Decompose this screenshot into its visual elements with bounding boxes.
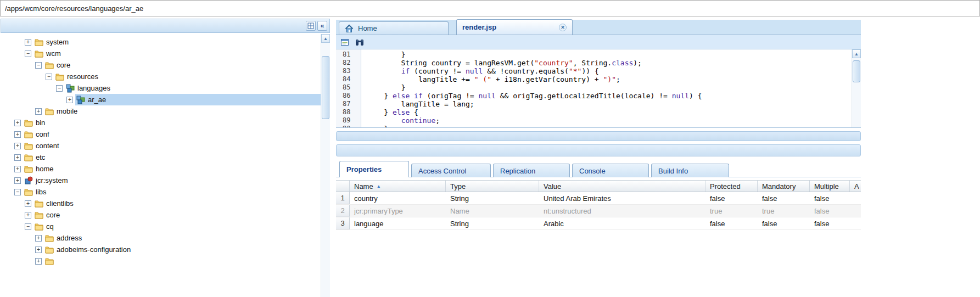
tree-item-home[interactable]: + home bbox=[1, 163, 321, 175]
path-input[interactable] bbox=[5, 4, 975, 13]
close-icon[interactable]: ✕ bbox=[559, 24, 567, 31]
tree-toggle-collapse[interactable]: − bbox=[35, 62, 42, 69]
tab-label: render.jsp bbox=[462, 23, 555, 31]
property-row-country[interactable]: 1countryStringUnited Arab Emiratesfalsef… bbox=[336, 192, 861, 205]
tree-toggle-expand[interactable]: + bbox=[35, 235, 42, 242]
column-header-a[interactable]: A bbox=[850, 181, 861, 192]
tree-toggle-collapse[interactable]: − bbox=[14, 189, 21, 195]
tree-item-unnamed[interactable]: + bbox=[1, 255, 321, 267]
tree-item-adobeims-configuration[interactable]: + adobeims-configuration bbox=[1, 244, 321, 255]
tree-item-label: content bbox=[36, 142, 59, 150]
tree-item-clientlibs[interactable]: + clientlibs bbox=[1, 198, 321, 209]
tree-item-content bbox=[44, 255, 321, 267]
tab-build-info[interactable]: Build Info bbox=[651, 164, 729, 177]
tree-item-content: resources bbox=[54, 71, 321, 82]
tree-toggle-expand[interactable]: + bbox=[14, 177, 21, 184]
tree-item-jcr:system[interactable]: + jcr:system bbox=[1, 175, 321, 186]
tree-toggle-expand[interactable]: + bbox=[35, 108, 42, 115]
tree-toggle-collapse[interactable]: − bbox=[56, 85, 63, 92]
tree-toggle-expand[interactable]: + bbox=[25, 39, 31, 46]
tree-toggle-collapse[interactable]: − bbox=[25, 51, 31, 57]
property-row-jcr:primaryType[interactable]: 2jcr:primaryTypeNament:unstructuredtruet… bbox=[336, 205, 861, 217]
tab-properties[interactable]: Properties bbox=[339, 161, 409, 177]
line-number-gutter: 81828384858687888990 bbox=[336, 49, 361, 127]
cell-multiple: false bbox=[810, 205, 850, 217]
scroll-up-icon[interactable]: ▲ bbox=[852, 49, 861, 58]
tree-item-bin[interactable]: + bin bbox=[1, 117, 321, 128]
row-number-header bbox=[336, 181, 350, 192]
tab-access-control[interactable]: Access Control bbox=[411, 164, 491, 177]
cell-name: country bbox=[350, 192, 446, 204]
cell-type: String bbox=[446, 217, 539, 229]
tree-item-ar_ae[interactable]: + ar_ae bbox=[1, 94, 321, 105]
scroll-up-icon[interactable]: ▲ bbox=[321, 34, 330, 43]
cell-mandatory: true bbox=[758, 205, 810, 217]
code-horizontal-scrollbar[interactable] bbox=[336, 131, 861, 141]
column-header-value[interactable]: Value bbox=[539, 181, 705, 192]
column-header-name[interactable]: Name▲ bbox=[350, 181, 446, 192]
code-line: } bbox=[367, 125, 852, 127]
tree-toggle-expand[interactable]: + bbox=[14, 154, 21, 161]
folder-icon bbox=[45, 234, 54, 243]
tree-item-wcm[interactable]: − wcm bbox=[1, 48, 321, 59]
tree-item-content: mobile bbox=[44, 105, 321, 117]
line-number: 83 bbox=[336, 67, 361, 75]
tree-item-languages[interactable]: − languages bbox=[1, 82, 321, 94]
tree-item-etc[interactable]: + etc bbox=[1, 152, 321, 163]
editor-tab-render.jsp[interactable]: render.jsp✕ bbox=[456, 19, 573, 35]
tab-replication[interactable]: Replication bbox=[493, 164, 570, 177]
folder-icon bbox=[24, 188, 33, 197]
tree-item-core[interactable]: + core bbox=[1, 209, 321, 221]
tree-toggle-expand[interactable]: + bbox=[35, 258, 42, 265]
tab-console[interactable]: Console bbox=[572, 164, 649, 177]
tree-toggle-expand[interactable]: + bbox=[25, 200, 31, 207]
tree-item-resources[interactable]: − resources bbox=[1, 71, 321, 82]
folder-icon bbox=[24, 119, 33, 127]
column-header-multiple[interactable]: Multiple bbox=[810, 181, 850, 192]
code-scrollbar[interactable]: ▲ bbox=[852, 49, 861, 127]
column-header-type[interactable]: Type bbox=[446, 181, 539, 192]
tree-toggle-collapse[interactable]: − bbox=[25, 223, 31, 230]
column-header-protected[interactable]: Protected bbox=[705, 181, 758, 192]
tree-toggle-expand[interactable]: + bbox=[14, 120, 21, 126]
tree-item-mobile[interactable]: + mobile bbox=[1, 105, 321, 117]
editor-panel: Homerender.jsp✕ 81828384858687888990 } bbox=[336, 20, 861, 297]
tree-item-label: ar_ae bbox=[88, 96, 106, 104]
tree-item-system[interactable]: + system bbox=[1, 36, 321, 48]
code-scrollbar-thumb[interactable] bbox=[853, 60, 860, 82]
tree-item-libs[interactable]: − libs bbox=[1, 186, 321, 198]
folder-icon bbox=[35, 38, 43, 47]
grid-body: 1countryStringUnited Arab Emiratesfalsef… bbox=[336, 192, 861, 230]
tree-item-conf[interactable]: + conf bbox=[1, 128, 321, 140]
repository-tree[interactable]: + system− wcm− core− resources− language… bbox=[1, 34, 321, 297]
cell-mandatory: false bbox=[758, 192, 810, 204]
tree-toggle-expand[interactable]: + bbox=[35, 246, 42, 253]
tree-scrollbar-thumb[interactable] bbox=[322, 56, 329, 119]
document-icon[interactable] bbox=[339, 37, 350, 47]
column-header-mandatory[interactable]: Mandatory bbox=[758, 181, 810, 192]
tree-toggle-expand[interactable]: + bbox=[66, 97, 73, 103]
tree-toggle-expand[interactable]: + bbox=[14, 143, 21, 149]
search-icon[interactable] bbox=[354, 37, 365, 47]
tree-item-content[interactable]: + content bbox=[1, 140, 321, 152]
tree-item-core[interactable]: − core bbox=[1, 59, 321, 71]
cell-mandatory: false bbox=[758, 217, 810, 229]
tree-item-label: languages bbox=[77, 84, 110, 92]
panel-splitter[interactable] bbox=[336, 144, 861, 156]
tree-item-address[interactable]: + address bbox=[1, 232, 321, 244]
tree-toggle-expand[interactable]: + bbox=[25, 212, 31, 218]
code-text[interactable]: } String country = langResVM.get("countr… bbox=[361, 49, 852, 127]
tree-item-cq[interactable]: − cq bbox=[1, 221, 321, 232]
tree-item-label: conf bbox=[36, 130, 49, 138]
collapse-panel-icon[interactable]: « bbox=[317, 21, 327, 31]
editor-tab-Home[interactable]: Home bbox=[339, 21, 449, 35]
property-row-language[interactable]: 3languageStringArabicfalsefalsefalse bbox=[336, 217, 861, 230]
tree-toggle-expand[interactable]: + bbox=[14, 131, 21, 138]
tree-toggle-collapse[interactable]: − bbox=[46, 74, 52, 80]
cell-type: String bbox=[446, 192, 539, 204]
folder-icon bbox=[24, 165, 33, 173]
pin-panel-icon[interactable] bbox=[306, 21, 316, 31]
tree-toggle-expand[interactable]: + bbox=[14, 166, 21, 172]
sort-asc-icon: ▲ bbox=[377, 184, 381, 189]
tree-scrollbar[interactable]: ▲ bbox=[321, 34, 330, 297]
